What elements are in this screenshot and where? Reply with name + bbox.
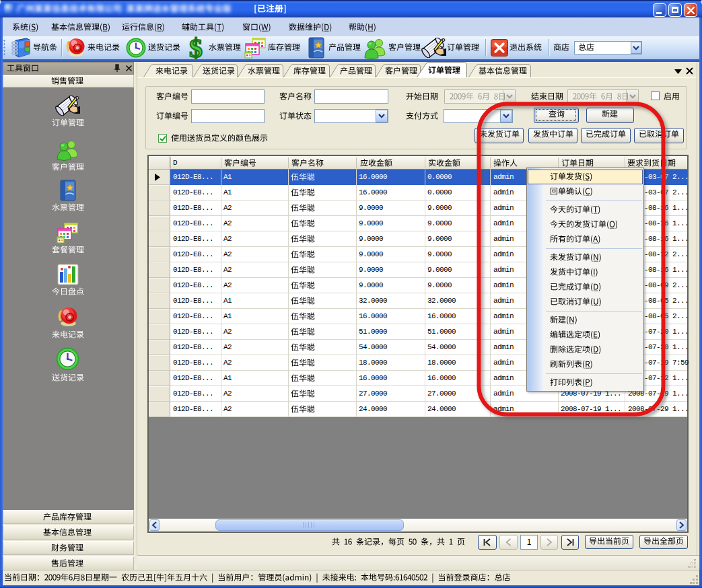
svg-text:$: $ [189, 36, 203, 59]
